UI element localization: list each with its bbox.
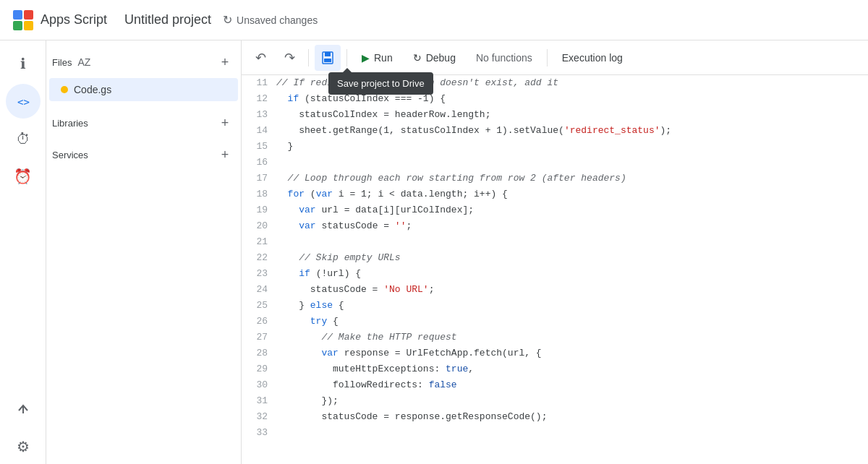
debug-icon: ↻: [413, 52, 422, 64]
line-code: var statusCode = '';: [276, 218, 868, 234]
table-row: 33: [242, 425, 868, 441]
table-row: 32 statusCode = response.getResponseCode…: [242, 409, 868, 425]
table-row: 16: [242, 155, 868, 171]
project-title[interactable]: Untitled project: [124, 12, 211, 27]
debug-btn[interactable]: ↻ Debug: [404, 48, 464, 68]
line-num: 16: [242, 155, 276, 171]
toolbar-divider-2: [346, 49, 347, 66]
file-name: Code.gs: [74, 84, 111, 95]
sidebar-code-btn[interactable]: <>: [6, 84, 41, 119]
line-num: 25: [242, 298, 276, 314]
svg-text:<>: <>: [17, 96, 30, 108]
line-code: var url = data[i][urlColIndex];: [276, 202, 868, 218]
sidebar-triggers-btn[interactable]: ⏰: [6, 159, 41, 194]
line-num: 21: [242, 234, 276, 250]
apps-script-logo: [12, 9, 35, 32]
play-icon: ▶: [362, 52, 370, 64]
svg-rect-8: [324, 59, 331, 62]
line-code: statusCode = 'No URL';: [276, 282, 868, 298]
line-code: } else {: [276, 298, 868, 314]
svg-rect-7: [325, 52, 331, 56]
services-section-header: Services +: [46, 139, 241, 171]
table-row: 19 var url = data[i][urlColIndex];: [242, 202, 868, 218]
add-file-btn[interactable]: +: [215, 52, 235, 72]
line-code: // Make the HTTP request: [276, 330, 868, 345]
files-label: Files: [52, 57, 72, 68]
line-num: 24: [242, 282, 276, 298]
add-library-btn[interactable]: +: [215, 113, 235, 133]
table-row: 30 followRedirects: false: [242, 377, 868, 393]
svg-rect-3: [24, 21, 33, 30]
line-code: followRedirects: false: [276, 377, 868, 393]
line-num: 19: [242, 202, 276, 218]
toolbar-divider-3: [547, 49, 548, 66]
file-panel: Files AZ + Code.gs Libraries + Services …: [46, 40, 242, 464]
run-btn[interactable]: ▶ Run: [353, 48, 401, 68]
table-row: 24 statusCode = 'No URL';: [242, 282, 868, 298]
redo-btn[interactable]: ↷: [276, 45, 302, 71]
line-code: [276, 234, 868, 250]
undo-btn[interactable]: ↶: [247, 45, 273, 71]
line-num: 27: [242, 330, 276, 345]
sidebar-settings-btn[interactable]: ⚙: [6, 429, 41, 464]
line-num: 18: [242, 186, 276, 202]
line-num: 13: [242, 107, 276, 123]
save-tooltip: Save project to Drive: [328, 72, 433, 95]
code-editor[interactable]: 11 // If redirect_status column doesn't …: [242, 75, 868, 464]
unsaved-badge: ↻ Unsaved changes: [223, 13, 318, 27]
line-num: 17: [242, 171, 276, 186]
table-row: 18 for (var i = 1; i < data.length; i++)…: [242, 186, 868, 202]
line-code: statusColIndex = headerRow.length;: [276, 107, 868, 123]
line-num: 30: [242, 377, 276, 393]
line-code: if (!url) {: [276, 266, 868, 282]
line-num: 14: [242, 123, 276, 139]
table-row: 26 try {: [242, 314, 868, 330]
table-row: 31 });: [242, 393, 868, 409]
svg-rect-2: [13, 21, 22, 30]
line-num: 32: [242, 409, 276, 425]
deploy-icon: [16, 402, 30, 416]
line-code: for (var i = 1; i < data.length; i++) {: [276, 186, 868, 202]
sidebar-deploy-btn[interactable]: [6, 392, 41, 426]
line-num: 20: [242, 218, 276, 234]
table-row: 23 if (!url) {: [242, 266, 868, 282]
sort-icon[interactable]: AZ: [77, 56, 90, 68]
svg-rect-0: [13, 10, 22, 20]
save-btn[interactable]: [315, 45, 341, 71]
line-num: 31: [242, 393, 276, 409]
table-row: 15 }: [242, 139, 868, 155]
sidebar-overview-btn[interactable]: ℹ: [6, 46, 41, 81]
exec-log-btn[interactable]: Execution log: [553, 48, 631, 68]
logo-area: Apps Script: [12, 9, 107, 32]
line-num: 22: [242, 250, 276, 266]
table-row: 27 // Make the HTTP request: [242, 330, 868, 345]
line-code: [276, 155, 868, 171]
table-row: 21: [242, 234, 868, 250]
files-section-header: Files AZ +: [46, 46, 241, 78]
services-label: Services: [52, 150, 88, 160]
top-header: Apps Script Untitled project ↻ Unsaved c…: [0, 0, 868, 40]
line-num: 15: [242, 139, 276, 155]
line-code: muteHttpExceptions: true,: [276, 361, 868, 377]
line-code: });: [276, 393, 868, 409]
line-code: // Skip empty URLs: [276, 250, 868, 266]
table-row: 20 var statusCode = '';: [242, 218, 868, 234]
main-layout: ℹ <> ⏱ ⏰ ⚙ Files AZ + Code.gs: [0, 40, 868, 464]
icon-sidebar: ℹ <> ⏱ ⏰ ⚙: [0, 40, 46, 464]
line-num: 28: [242, 345, 276, 361]
line-code: }: [276, 139, 868, 155]
line-code: sheet.getRange(1, statusColIndex + 1).se…: [276, 123, 868, 139]
line-code: try {: [276, 314, 868, 330]
line-code: [276, 425, 868, 441]
save-icon: [320, 51, 335, 65]
sync-icon: ↻: [223, 13, 232, 27]
run-label: Run: [374, 52, 393, 64]
file-item-code-gs[interactable]: Code.gs: [49, 78, 238, 101]
add-service-btn[interactable]: +: [215, 145, 235, 165]
table-row: 17 // Loop through each row starting fro…: [242, 171, 868, 186]
sidebar-history-btn[interactable]: ⏱: [6, 121, 41, 156]
table-row: 28 var response = UrlFetchApp.fetch(url,…: [242, 345, 868, 361]
line-code: // Loop through each row starting from r…: [276, 171, 868, 186]
code-table: 11 // If redirect_status column doesn't …: [242, 75, 868, 441]
line-num: 29: [242, 361, 276, 377]
